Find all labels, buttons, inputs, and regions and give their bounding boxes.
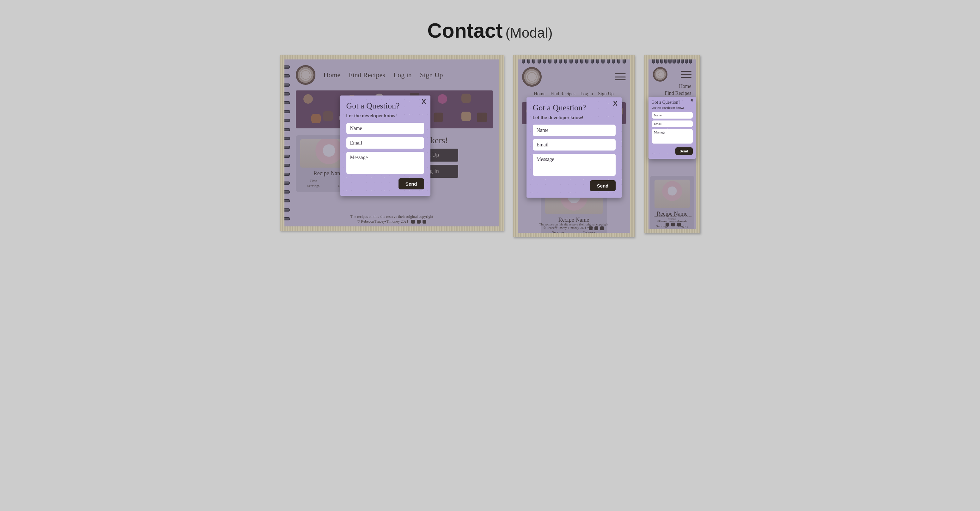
contact-modal: X Got a Question? Let the developer know… [649,97,696,159]
meta-category: Category [576,230,603,233]
github-icon[interactable] [665,223,669,227]
message-field[interactable] [346,152,424,174]
page-title-main: Contact [427,19,503,42]
github-icon[interactable] [411,220,415,224]
site-logo[interactable] [653,67,667,81]
footer: The recipes on this site reserve their o… [518,223,630,230]
recipe-name: Recipe Name [545,217,603,223]
contact-modal: X Got a Question? Let the developer know… [527,97,622,198]
modal-subtitle: Let the developer know! [533,115,616,120]
modal-subtitle: Let the developer know! [652,106,693,109]
meta-servings: Servings [545,230,572,233]
footer: The recipes on this site reserve their o… [649,215,696,227]
chat-icon[interactable] [595,227,598,230]
nav-login[interactable]: Log in [581,91,593,96]
page-title: Contact (Modal) [0,19,980,42]
close-icon[interactable]: X [422,98,426,105]
footer-credit: © Rebecca Tracey-Timoney 2021 [357,219,408,224]
footer-credit: © Rebecca Tracey-Timoney 2021 [544,226,586,230]
contact-modal: X Got a Question? Let the developer know… [340,96,430,196]
nav-find-recipes[interactable]: Find Recipes [550,91,576,96]
footer-credit: © Rebecca Tracey-Timoney 2021 [657,220,687,223]
hamburger-icon[interactable] [681,71,692,78]
linkedin-icon[interactable] [423,220,426,224]
page-title-suffix: (Modal) [505,25,552,40]
modal-heading: Got a Question? [346,101,424,111]
email-field[interactable] [652,120,693,127]
send-button[interactable]: Send [399,178,424,189]
device-desktop: Home Find Recipes Log in Sign Up [280,55,504,231]
message-field[interactable] [652,129,693,144]
primary-nav: Home Find Recipes Log in Sign Up [324,71,443,79]
site-logo[interactable] [522,67,542,87]
nav-signup[interactable]: Sign Up [598,91,614,96]
primary-nav: Home Find Recipes [653,83,692,96]
close-icon[interactable]: X [690,98,693,102]
nav-home[interactable]: Home [534,91,546,96]
device-mobile: Home Find Recipes Recipe Name Time Level… [644,55,700,233]
modal-heading: Got a Question? [533,103,616,113]
send-button[interactable]: Send [590,180,616,191]
send-button[interactable]: Send [675,147,693,155]
name-field[interactable] [346,123,424,134]
nav-home[interactable]: Home [679,83,691,89]
nav-login[interactable]: Log in [393,71,412,79]
nav-home[interactable]: Home [324,71,340,79]
modal-subtitle: Let the developer know! [346,113,424,118]
nav-signup[interactable]: Sign Up [420,71,443,79]
footer-copy: The recipes on this site reserve their o… [649,215,696,220]
hamburger-icon[interactable] [615,73,626,80]
meta-time: Time [300,179,327,182]
name-field[interactable] [652,112,693,118]
email-field[interactable] [533,139,616,150]
primary-nav: Home Find Recipes Log in Sign Up [522,91,626,96]
nav-find-recipes[interactable]: Find Recipes [665,91,692,96]
github-icon[interactable] [589,227,593,230]
footer-copy: The recipes on this site reserve their o… [285,214,500,219]
site-logo[interactable] [296,65,315,85]
email-field[interactable] [346,137,424,149]
meta-servings: Servings [300,184,327,187]
nav-find-recipes[interactable]: Find Recipes [348,71,385,79]
message-field[interactable] [533,154,616,176]
linkedin-icon[interactable] [600,227,604,230]
modal-heading: Got a Question? [652,100,693,105]
chat-icon[interactable] [417,220,421,224]
footer-copy: The recipes on this site reserve their o… [518,223,630,226]
name-field[interactable] [533,125,616,136]
recipe-thumb [654,180,690,208]
device-tablet: Home Find Recipes Log in Sign Up Recipe … [513,55,635,237]
close-icon[interactable]: X [613,100,617,107]
chat-icon[interactable] [671,223,675,227]
linkedin-icon[interactable] [677,223,681,227]
footer: The recipes on this site reserve their o… [285,214,500,224]
